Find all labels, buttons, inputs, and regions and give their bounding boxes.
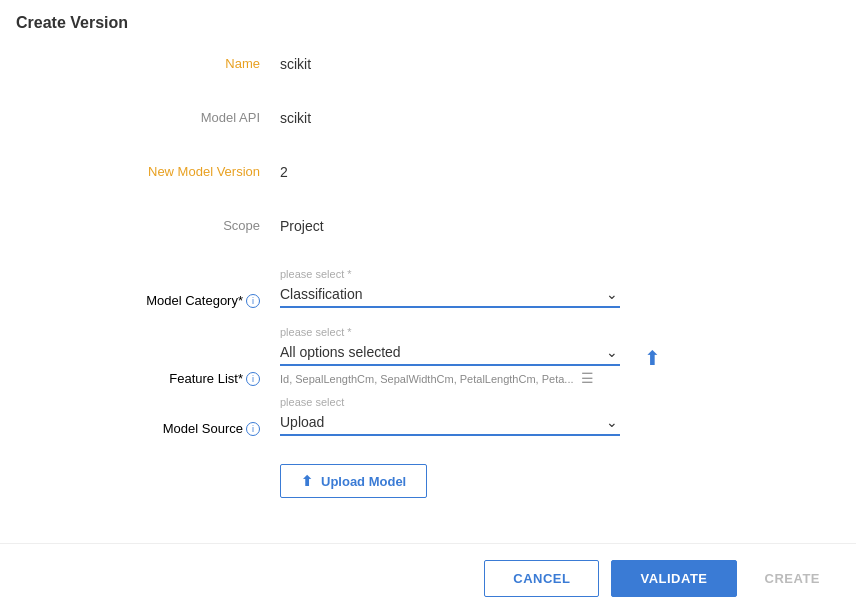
model-source-selected-value: Upload <box>280 414 324 430</box>
model-source-label: Model Source <box>163 421 243 436</box>
new-model-version-value: 2 <box>280 160 288 180</box>
model-category-selected-value: Classification <box>280 286 362 302</box>
feature-list-tags: Id, SepalLengthCm, SepalWidthCm, PetalLe… <box>280 370 620 386</box>
feature-list-select[interactable]: All options selected ⌄ <box>280 340 620 366</box>
scope-label: Scope <box>60 214 280 233</box>
name-label: Name <box>60 52 280 71</box>
name-value: scikit <box>280 52 311 72</box>
upload-model-button[interactable]: ⬆ Upload Model <box>280 464 427 498</box>
upload-model-label: Upload Model <box>321 474 406 489</box>
footer: CANCEL VALIDATE CREATE <box>0 543 856 613</box>
feature-list-selected-value: All options selected <box>280 344 401 360</box>
page-title: Create Version <box>0 0 856 42</box>
validate-button[interactable]: VALIDATE <box>611 560 736 597</box>
feature-list-col: please select * All options selected ⌄ I… <box>280 326 620 386</box>
feature-list-info-icon[interactable]: i <box>246 372 260 386</box>
model-category-chevron-icon: ⌄ <box>606 286 618 302</box>
model-source-hint: please select <box>280 396 796 408</box>
model-category-label-wrapper: Model Category* i <box>60 293 280 308</box>
model-source-label-wrapper: Model Source i <box>60 421 280 436</box>
model-source-select[interactable]: Upload ⌄ <box>280 410 620 436</box>
feature-list-label: Feature List* <box>169 371 243 386</box>
list-icon: ☰ <box>581 370 594 386</box>
model-category-field: please select * Classification ⌄ <box>280 268 796 308</box>
new-model-version-label: New Model Version <box>60 160 280 179</box>
upload-arrow-icon: ⬆ <box>301 473 313 489</box>
model-source-info-icon[interactable]: i <box>246 422 260 436</box>
feature-list-right: please select * All options selected ⌄ I… <box>280 326 661 386</box>
model-category-label: Model Category* <box>146 293 243 308</box>
model-category-select[interactable]: Classification ⌄ <box>280 282 620 308</box>
model-api-value: scikit <box>280 106 311 126</box>
create-button[interactable]: CREATE <box>749 561 836 596</box>
model-source-chevron-icon: ⌄ <box>606 414 618 430</box>
model-category-info-icon[interactable]: i <box>246 294 260 308</box>
feature-upload-icon[interactable]: ⬆ <box>644 346 661 370</box>
scope-value: Project <box>280 214 324 234</box>
feature-list-label-wrapper: Feature List* i <box>60 371 280 386</box>
cancel-button[interactable]: CANCEL <box>484 560 599 597</box>
feature-list-chevron-icon: ⌄ <box>606 344 618 360</box>
model-source-field: please select Upload ⌄ <box>280 396 796 436</box>
model-category-hint: please select * <box>280 268 796 280</box>
model-api-label: Model API <box>60 106 280 125</box>
feature-list-hint: please select * <box>280 326 620 338</box>
